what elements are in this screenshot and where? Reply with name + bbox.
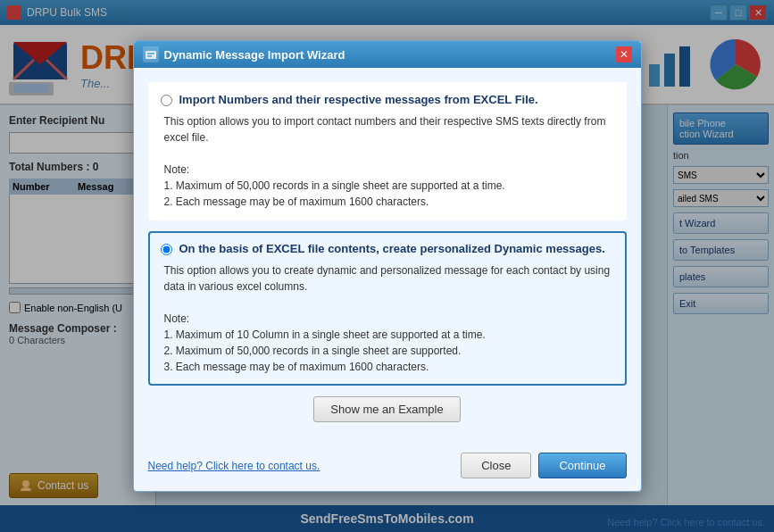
modal-close-button[interactable]: ✕ bbox=[616, 46, 632, 62]
modal-body: Import Numbers and their respective mess… bbox=[134, 68, 641, 445]
option2-row: On the basis of EXCEL file contents, cre… bbox=[148, 231, 627, 386]
option2-header: On the basis of EXCEL file contents, cre… bbox=[161, 242, 614, 255]
option1-desc: This option allows you to import contact… bbox=[161, 113, 614, 210]
continue-button[interactable]: Continue bbox=[538, 453, 626, 478]
close-button[interactable]: Close bbox=[461, 453, 531, 478]
modal-footer: Need help? Click here to contact us. Clo… bbox=[134, 445, 641, 491]
modal-overlay: Dynamic Message Import Wizard ✕ Import N… bbox=[0, 0, 774, 532]
modal-help-link[interactable]: Need help? Click here to contact us. bbox=[148, 460, 320, 472]
modal-dialog: Dynamic Message Import Wizard ✕ Import N… bbox=[133, 40, 642, 492]
modal-title: Dynamic Message Import Wizard bbox=[164, 48, 345, 62]
modal-icon bbox=[143, 46, 159, 62]
option2-label: On the basis of EXCEL file contents, cre… bbox=[179, 242, 605, 255]
option2-desc: This option allows you to create dynamic… bbox=[161, 262, 614, 375]
svg-rect-12 bbox=[146, 51, 156, 59]
option1-radio[interactable] bbox=[161, 95, 172, 106]
footer-buttons: Close Continue bbox=[461, 453, 626, 478]
modal-titlebar: Dynamic Message Import Wizard ✕ bbox=[134, 41, 641, 68]
option1-header: Import Numbers and their respective mess… bbox=[161, 93, 614, 106]
option1-label: Import Numbers and their respective mess… bbox=[179, 93, 538, 106]
option1-row: Import Numbers and their respective mess… bbox=[148, 82, 627, 220]
show-example-button[interactable]: Show me an Example bbox=[313, 396, 460, 422]
option2-radio[interactable] bbox=[161, 244, 172, 255]
wizard-icon bbox=[145, 48, 157, 61]
